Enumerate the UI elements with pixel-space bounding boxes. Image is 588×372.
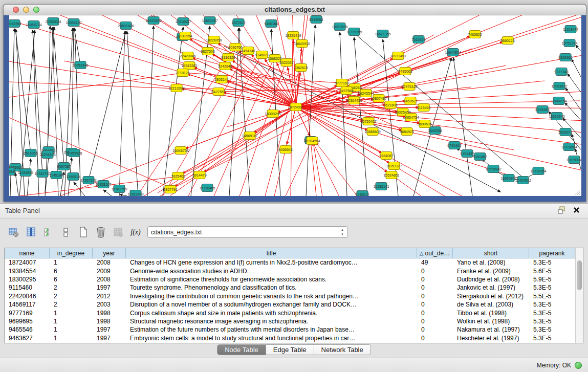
table-cell[interactable]: 2012: [93, 293, 126, 300]
graph-node[interactable]: 1640934: [428, 127, 442, 135]
graph-node[interactable]: 2063394: [9, 20, 21, 28]
graph-node[interactable]: 14671355: [375, 30, 390, 38]
table-cell[interactable]: 0: [417, 276, 453, 283]
graph-node[interactable]: 22420046: [180, 52, 195, 60]
column-header-short[interactable]: short: [453, 248, 529, 258]
table-cell[interactable]: Stergiakouli et al. (2012): [453, 293, 529, 300]
graph-node[interactable]: 9777169: [335, 79, 349, 87]
table-cell[interactable]: 2: [50, 301, 93, 308]
table-row[interactable]: 969969511998Structural magnetic resonanc…: [5, 317, 575, 325]
table-cell[interactable]: 9463627: [5, 335, 50, 342]
graph-node[interactable]: 7515526: [411, 36, 425, 43]
graph-node[interactable]: 12710354: [530, 167, 546, 175]
graph-node[interactable]: 9329966: [558, 54, 572, 61]
graph-node[interactable]: 8813054: [309, 16, 323, 24]
table-cell[interactable]: 1998: [93, 318, 126, 325]
show-columns-icon[interactable]: [26, 227, 37, 238]
graph-node[interactable]: 7485063: [398, 68, 412, 75]
table-scrollbar-thumb[interactable]: [577, 260, 582, 290]
graph-node[interactable]: 8454749: [241, 47, 255, 55]
table-cell[interactable]: 0: [417, 284, 453, 291]
table-row[interactable]: 911546021997Tourette syndrome. Phenomeno…: [5, 283, 575, 292]
graph-node[interactable]: 9245012: [355, 191, 369, 196]
graph-node[interactable]: 11156869: [18, 169, 33, 177]
graph-node[interactable]: 8322037: [279, 59, 293, 67]
new-column-icon[interactable]: [78, 227, 89, 238]
table-cell[interactable]: 1: [50, 259, 93, 266]
graph-node[interactable]: 9660123: [500, 37, 514, 45]
table-cell[interactable]: 2003: [93, 301, 126, 308]
graph-node[interactable]: 2803144: [214, 76, 228, 83]
table-cell[interactable]: Franke et al. (2009): [453, 268, 529, 275]
graph-node[interactable]: 20053346: [72, 61, 88, 69]
graph-node[interactable]: 15136141: [373, 183, 389, 190]
table-cell[interactable]: 49: [417, 259, 453, 266]
graph-node[interactable]: 14569117: [242, 132, 258, 140]
graph-node[interactable]: 1350515: [66, 173, 80, 181]
table-cell[interactable]: Hescheler et al. (1997): [453, 335, 529, 342]
table-cell[interactable]: 1: [50, 335, 93, 342]
graph-node[interactable]: 9684067: [379, 152, 393, 160]
graph-node[interactable]: 13216027: [175, 18, 191, 26]
table-cell[interactable]: 1997: [93, 326, 126, 333]
table-row[interactable]: 1830029562008Estimation of significance …: [5, 275, 575, 283]
graph-node[interactable]: 10653287: [202, 17, 217, 25]
graph-node[interactable]: 9151457: [473, 153, 487, 161]
graph-node[interactable]: 10719155: [346, 28, 362, 36]
table-cell[interactable]: 18724007: [5, 259, 50, 266]
graph-node[interactable]: 7463822: [468, 31, 482, 38]
graph-node[interactable]: 16953842: [500, 174, 516, 182]
graph-node[interactable]: 16782759: [111, 185, 127, 193]
table-cell[interactable]: 14569117: [5, 301, 50, 308]
graph-node[interactable]: 9146821: [255, 51, 269, 59]
graph-node[interactable]: 10973493: [390, 52, 406, 60]
graph-node[interactable]: 18300295: [265, 110, 280, 118]
graph-node[interactable]: 7625402: [171, 172, 185, 180]
table-scrollbar[interactable]: [575, 248, 583, 343]
table-cell[interactable]: Estimation of the future numbers of pati…: [126, 326, 417, 333]
tab-node-table[interactable]: Node Table: [217, 344, 266, 355]
column-header-outde[interactable]: △out_de…: [417, 248, 453, 258]
column-header-name[interactable]: name: [5, 248, 50, 258]
table-cell[interactable]: 2: [50, 284, 93, 291]
close-window-icon[interactable]: [13, 7, 19, 13]
table-cell[interactable]: 0: [417, 301, 453, 308]
table-cell[interactable]: Tourette syndrome. Phenomenology and cla…: [126, 284, 417, 291]
table-cell[interactable]: 1: [50, 318, 93, 325]
minimize-window-icon[interactable]: [23, 7, 29, 13]
graph-node[interactable]: 16543382: [181, 62, 197, 70]
table-cell[interactable]: 5.6E-5: [529, 268, 575, 275]
graph-node[interactable]: 1527602: [231, 19, 245, 27]
table-cell[interactable]: 9465546: [5, 326, 50, 333]
table-cell[interactable]: Structural magnetic resonance image aver…: [126, 318, 417, 325]
network-canvas[interactable]: 1872400720633941405572420553024100552872…: [9, 15, 581, 196]
table-cell[interactable]: Genome-wide association studies in ADHD.: [126, 268, 417, 275]
graph-node[interactable]: 10807487: [371, 95, 386, 102]
graph-node[interactable]: 9621606: [383, 101, 397, 109]
graph-node[interactable]: 15718485: [199, 184, 215, 192]
graph-node[interactable]: 9857791: [163, 186, 177, 193]
table-cell[interactable]: 0: [417, 335, 453, 342]
table-cell[interactable]: 9115460: [5, 284, 50, 291]
graph-node[interactable]: 8427552: [211, 88, 225, 96]
table-row[interactable]: 946554611997Estimation of the future num…: [5, 325, 575, 334]
graph-node[interactable]: 6914479: [192, 171, 206, 179]
table-cell[interactable]: 1997: [93, 335, 126, 342]
table-cell[interactable]: Yano et al. (2008): [453, 259, 529, 266]
graph-node[interactable]: 1145194: [50, 171, 63, 179]
table-cell[interactable]: 0: [417, 326, 453, 333]
table-cell[interactable]: 2: [50, 293, 93, 300]
table-cell[interactable]: 5.3E-5: [529, 310, 575, 317]
graph-node[interactable]: 9497568: [339, 87, 353, 95]
graph-node[interactable]: 14954754: [403, 114, 419, 121]
graph-node[interactable]: 10578942: [485, 165, 501, 173]
column-header-year[interactable]: year: [93, 248, 126, 258]
table-cell[interactable]: Wolkin et al. (1998): [453, 318, 529, 325]
table-cell[interactable]: Tibbo et al. (1998): [453, 310, 529, 317]
network-svg[interactable]: 1872400720633941405572420553024100552872…: [9, 15, 581, 196]
graph-node[interactable]: 15751074: [561, 39, 577, 47]
graph-node[interactable]: 16245544: [358, 90, 374, 97]
row-options-icon[interactable]: [60, 227, 72, 238]
graph-node[interactable]: 12923448: [127, 190, 143, 196]
table-cell[interactable]: Nakamura et al. (1997): [453, 326, 529, 333]
